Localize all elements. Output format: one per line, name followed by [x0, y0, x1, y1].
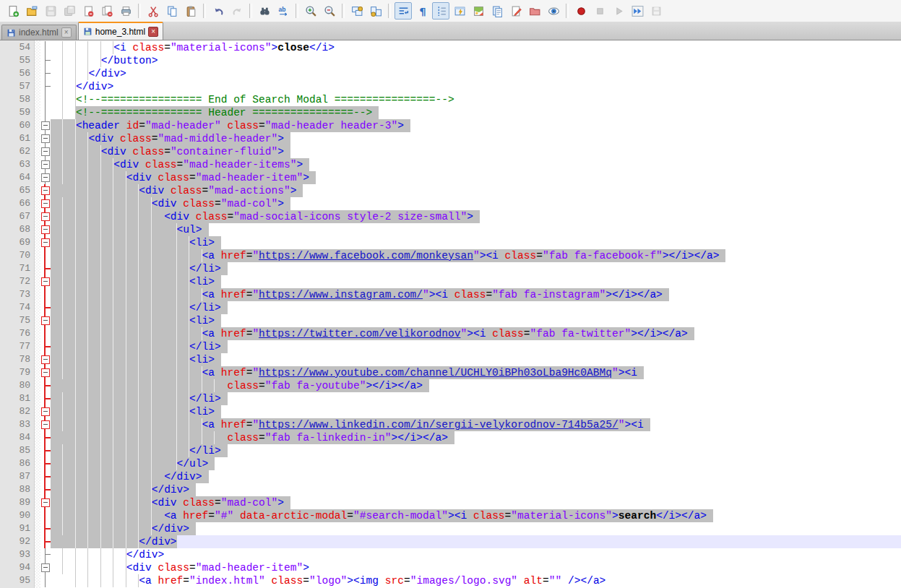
- macro-record-button[interactable]: [572, 2, 590, 20]
- fold-margin-cell[interactable]: [40, 418, 51, 431]
- fold-margin-cell[interactable]: [40, 119, 51, 132]
- line-number[interactable]: 72: [0, 275, 30, 288]
- code-line-60[interactable]: 60<header id="mad-header" class="mad-hea…: [0, 119, 901, 132]
- code-text[interactable]: </button>: [51, 54, 158, 67]
- fold-margin-cell[interactable]: [40, 41, 51, 54]
- fold-collapse-icon[interactable]: [41, 498, 50, 507]
- fold-margin-cell[interactable]: [40, 548, 51, 561]
- line-number[interactable]: 78: [0, 353, 30, 366]
- fold-margin-cell[interactable]: [40, 314, 51, 327]
- code-line-58[interactable]: 58<!--================ End of Search Mod…: [0, 93, 901, 106]
- line-number[interactable]: 74: [0, 301, 30, 314]
- fold-margin-cell[interactable]: [40, 561, 51, 574]
- fold-collapse-icon[interactable]: [41, 186, 50, 195]
- line-number[interactable]: 59: [0, 106, 30, 119]
- code-text[interactable]: <div class="mad-col">: [51, 496, 290, 509]
- fold-margin-cell[interactable]: [40, 275, 51, 288]
- new-file-button[interactable]: [4, 2, 22, 20]
- code-text[interactable]: </div>: [51, 522, 196, 535]
- code-line-78[interactable]: 78<li>: [0, 353, 901, 366]
- code-line-65[interactable]: 65<div class="mad-actions">: [0, 184, 901, 197]
- code-line-94[interactable]: 94<div class="mad-header-item">: [0, 561, 901, 574]
- line-number[interactable]: 69: [0, 236, 30, 249]
- code-line-90[interactable]: 90<a href="#" data-arctic-modal="#search…: [0, 509, 901, 522]
- code-text[interactable]: <ul>: [51, 223, 209, 236]
- fold-margin-cell[interactable]: [40, 171, 51, 184]
- line-number[interactable]: 81: [0, 392, 30, 405]
- fold-margin-cell[interactable]: [40, 106, 51, 119]
- fold-collapse-icon[interactable]: [41, 199, 50, 208]
- code-line-85[interactable]: 85</li>: [0, 444, 901, 457]
- sync-horizontal-scroll-button[interactable]: [367, 2, 384, 20]
- code-line-67[interactable]: 67<div class="mad-social-icons style-2 s…: [0, 210, 901, 223]
- line-number[interactable]: 79: [0, 366, 30, 379]
- code-text[interactable]: </ul>: [51, 457, 215, 470]
- code-line-95[interactable]: 95<a href="index.html" class="logo"><img…: [0, 574, 901, 587]
- code-line-87[interactable]: 87</div>: [0, 470, 901, 483]
- code-line-54[interactable]: 54<i class="material-icons">close</i>: [0, 41, 901, 54]
- macro-stop-button[interactable]: [591, 2, 608, 20]
- code-line-76[interactable]: 76<a href="https://twitter.com/velikorod…: [0, 327, 901, 340]
- line-number[interactable]: 57: [0, 80, 30, 93]
- cut-button[interactable]: [145, 2, 162, 20]
- open-file-button[interactable]: [23, 2, 40, 20]
- zoom-out-button[interactable]: [321, 2, 338, 20]
- code-text[interactable]: <a href="#" data-arctic-modal="#search-m…: [51, 509, 713, 522]
- fold-collapse-icon[interactable]: [41, 212, 50, 221]
- code-line-79[interactable]: 79<a href="https://www.youtube.com/chann…: [0, 366, 901, 379]
- line-number[interactable]: 58: [0, 93, 30, 106]
- line-number[interactable]: 61: [0, 132, 30, 145]
- code-text[interactable]: <a href="https://www.linkedin.com/in/ser…: [51, 418, 650, 431]
- code-line-91[interactable]: 91</div>: [0, 522, 901, 535]
- code-text[interactable]: class="fab fa-youtube"></i></a>: [51, 379, 429, 392]
- fold-collapse-icon[interactable]: [41, 368, 50, 377]
- fold-margin-cell[interactable]: [40, 301, 51, 314]
- line-number[interactable]: 91: [0, 522, 30, 535]
- fold-margin-cell[interactable]: [40, 93, 51, 106]
- line-number[interactable]: 60: [0, 119, 30, 132]
- code-text[interactable]: <div class="mad-header-item">: [51, 561, 309, 574]
- fold-margin-cell[interactable]: [40, 405, 51, 418]
- code-text[interactable]: </div>: [51, 535, 177, 548]
- code-text[interactable]: <li>: [51, 353, 221, 366]
- user-defined-language-button[interactable]: [451, 2, 468, 20]
- document-map-button[interactable]: [470, 2, 487, 20]
- code-text[interactable]: </div>: [51, 80, 113, 93]
- fold-margin-cell[interactable]: [40, 67, 51, 80]
- code-text[interactable]: <div class="mad-header-item">: [51, 171, 316, 184]
- code-line-68[interactable]: 68<ul>: [0, 223, 901, 236]
- code-line-73[interactable]: 73<a href="https://www.instagram.com/"><…: [0, 288, 901, 301]
- fold-collapse-icon[interactable]: [41, 238, 50, 247]
- save-all-button[interactable]: [61, 2, 78, 20]
- fold-margin-cell[interactable]: [40, 197, 51, 210]
- code-text[interactable]: <div class="mad-header-items">: [51, 158, 309, 171]
- fold-margin-cell[interactable]: [40, 353, 51, 366]
- fold-margin-cell[interactable]: [40, 223, 51, 236]
- line-number[interactable]: 86: [0, 457, 30, 470]
- line-number[interactable]: 65: [0, 184, 30, 197]
- fold-margin-cell[interactable]: [40, 262, 51, 275]
- code-text[interactable]: class="fab fa-linkedin-in"></i></a>: [51, 431, 454, 444]
- fold-collapse-icon[interactable]: [41, 160, 50, 169]
- save-file-button[interactable]: [42, 2, 59, 20]
- line-number[interactable]: 66: [0, 197, 30, 210]
- code-line-57[interactable]: 57</div>: [0, 80, 901, 93]
- fold-margin-cell[interactable]: [40, 340, 51, 353]
- line-number[interactable]: 73: [0, 288, 30, 301]
- code-text[interactable]: </li>: [51, 392, 228, 405]
- copy-button[interactable]: [163, 2, 181, 20]
- code-text[interactable]: <li>: [51, 275, 221, 288]
- code-line-74[interactable]: 74</li>: [0, 301, 901, 314]
- print-button[interactable]: [117, 2, 134, 20]
- function-list-button[interactable]: [488, 2, 506, 20]
- fold-margin-cell[interactable]: [40, 535, 51, 548]
- line-number[interactable]: 87: [0, 470, 30, 483]
- find-button[interactable]: [256, 2, 273, 20]
- code-text[interactable]: <div class="mad-actions">: [51, 184, 303, 197]
- line-number[interactable]: 80: [0, 379, 30, 392]
- line-number[interactable]: 93: [0, 548, 30, 561]
- fold-margin-cell[interactable]: [40, 249, 51, 262]
- code-text[interactable]: <a href="index.html" class="logo"><img s…: [51, 574, 605, 587]
- indent-guide-button[interactable]: [432, 2, 449, 20]
- code-text[interactable]: <a href="https://www.instagram.com/"><i …: [51, 288, 669, 301]
